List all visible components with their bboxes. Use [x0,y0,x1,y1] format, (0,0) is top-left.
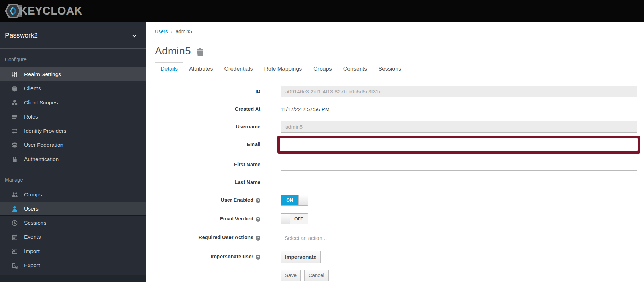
sidebar-item-label: User Federation [24,142,63,148]
cancel-button[interactable]: Cancel [304,270,329,281]
user-icon [12,206,18,212]
keycloak-logo-text: KEYCLOAK [19,5,82,17]
exchange-arrows-icon [12,128,18,134]
tab-bar: Details Attributes Credentials Role Mapp… [155,62,637,76]
keycloak-logo[interactable]: KEYCLOAK [4,3,82,19]
toggle-handle [281,214,290,224]
impersonate-label: Impersonate user? [155,251,260,263]
sidebar-item-label: Realm Settings [24,71,61,77]
sliders-icon [12,71,18,77]
save-button[interactable]: Save [281,270,301,281]
realm-selector[interactable]: Passwork2 [0,22,146,49]
form-row-required-actions: Required User Actions? Select an action.… [155,232,637,244]
form-row-impersonate: Impersonate user? Impersonate [155,251,637,263]
tab-consents[interactable]: Consents [338,62,373,76]
delete-user-button[interactable] [197,48,204,56]
help-icon[interactable]: ? [256,217,260,222]
import-icon [12,248,18,254]
sidebar-item-events[interactable]: Events [0,230,146,244]
help-icon[interactable]: ? [256,236,260,241]
page-header: Admin5 [155,45,637,57]
sidebar-item-label: Import [24,248,40,254]
sidebar-item-roles[interactable]: Roles [0,110,146,124]
form-row-email-verified: Email Verified? OFF [155,213,637,225]
id-label: ID [155,86,260,97]
email-label: Email [155,139,260,150]
sidebar-item-sessions[interactable]: Sessions [0,216,146,230]
help-icon[interactable]: ? [256,255,260,260]
user-details-form: ID Created At 11/17/22 2:57:56 PM Userna… [155,86,637,281]
id-field [281,86,637,97]
email-field[interactable] [281,139,637,150]
email-verified-toggle[interactable]: OFF [281,213,308,224]
tab-credentials[interactable]: Credentials [219,62,259,76]
email-verified-label: Email Verified? [155,213,260,225]
sidebar-item-identity-providers[interactable]: Identity Providers [0,124,146,138]
sidebar-item-client-scopes[interactable]: Client Scopes [0,96,146,110]
lock-icon [12,156,18,162]
sidebar: Passwork2 Configure Realm Settings Clien… [0,22,146,282]
tab-attributes[interactable]: Attributes [183,62,219,76]
breadcrumb-users-link[interactable]: Users [155,29,168,34]
toggle-off-label: OFF [290,214,308,224]
realm-name: Passwork2 [5,31,38,39]
sidebar-item-label: Client Scopes [24,99,58,106]
form-row-last-name: Last Name [155,177,637,188]
sidebar-item-export[interactable]: Export [0,258,146,272]
sidebar-item-users[interactable]: Users [0,202,146,216]
breadcrumb-separator-icon: › [171,29,173,34]
tab-details[interactable]: Details [155,62,183,76]
sidebar-item-label: Groups [24,191,42,198]
nav-section-label: Configure [0,49,146,67]
sidebar-item-user-federation[interactable]: User Federation [0,138,146,152]
sidebar-nav: Configure Realm Settings Clients Client … [0,49,146,275]
form-row-actions: Save Cancel [155,270,637,281]
tab-sessions[interactable]: Sessions [373,62,407,76]
form-row-first-name: First Name [155,159,637,171]
calendar-icon [12,234,18,240]
sidebar-item-label: Roles [24,114,38,120]
user-enabled-toggle[interactable]: ON [281,195,308,206]
database-icon [12,142,18,148]
last-name-label: Last Name [155,177,260,188]
sidebar-item-label: Clients [24,85,41,92]
group-icon [12,192,18,198]
username-label: Username [155,121,260,133]
tab-role-mappings[interactable]: Role Mappings [258,62,308,76]
nav-section-configure: Configure Realm Settings Clients Client … [0,49,146,166]
main-content: Users › admin5 Admin5 Details Attributes… [146,22,644,282]
breadcrumb-current: admin5 [176,29,192,34]
first-name-field[interactable] [281,159,637,171]
help-icon[interactable]: ? [256,198,260,203]
sidebar-item-realm-settings[interactable]: Realm Settings [0,67,146,81]
toggle-handle [298,195,308,205]
actions-spacer [155,270,260,281]
sidebar-item-label: Users [24,206,38,212]
sidebar-item-groups[interactable]: Groups [0,188,146,202]
sidebar-item-label: Events [24,234,41,240]
required-actions-select[interactable]: Select an action... [281,232,637,244]
sidebar-item-authentication[interactable]: Authentication [0,152,146,166]
username-field [281,121,637,133]
breadcrumb: Users › admin5 [155,29,637,34]
form-row-username: Username [155,121,637,133]
toggle-on-label: ON [281,195,298,205]
tab-groups[interactable]: Groups [308,62,337,76]
page-title: Admin5 [155,45,191,57]
form-row-id: ID [155,86,637,97]
sidebar-item-clients[interactable]: Clients [0,81,146,96]
created-at-label: Created At [155,103,260,115]
form-row-email: Email [155,139,637,150]
sidebar-item-label: Export [24,262,40,269]
export-icon [12,263,18,269]
nav-section-manage: Manage Groups Users Sessions [0,166,146,272]
created-at-value: 11/17/22 2:57:56 PM [281,103,637,115]
sidebar-item-label: Sessions [24,220,46,226]
impersonate-button[interactable]: Impersonate [281,251,321,263]
top-bar: KEYCLOAK [0,0,644,22]
nav-section-label: Manage [0,166,146,188]
sidebar-item-import[interactable]: Import [0,244,146,258]
chevron-down-icon [132,31,137,39]
last-name-field[interactable] [281,177,637,188]
user-enabled-label: User Enabled? [155,194,260,206]
